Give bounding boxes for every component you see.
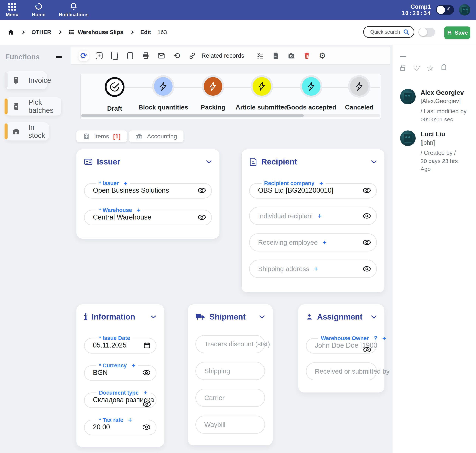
record-flags: ♡ ☆ [399, 64, 448, 72]
delete-button[interactable] [302, 51, 312, 61]
waybill-field[interactable]: Waybill [195, 416, 265, 434]
tax-rate-value[interactable]: 20.00 [93, 423, 142, 431]
view-recipient-company-icon[interactable] [363, 187, 371, 193]
add-currency-button[interactable]: + [132, 362, 136, 369]
stepper-scrollbar-thumb[interactable] [81, 114, 304, 117]
add-document-type-button[interactable]: + [144, 389, 147, 396]
checklist-button[interactable] [255, 51, 266, 61]
warehouse-owner-help-icon[interactable]: ? [374, 335, 378, 341]
chevron-down-icon[interactable] [206, 160, 212, 164]
breadcrumb-home-icon[interactable] [7, 28, 14, 36]
traders-discount-field[interactable]: Traders discount (stst) [195, 335, 265, 353]
step-block-quantities[interactable]: Block quantities [135, 77, 192, 111]
recipient-company-value[interactable]: OBS Ltd [BG201200010] [258, 186, 363, 194]
function-pick-batches-button[interactable]: Pick batches [5, 97, 61, 115]
duplicate-button[interactable] [109, 51, 120, 61]
add-record-button[interactable]: + [94, 51, 104, 61]
camera-button[interactable] [286, 51, 296, 61]
quick-search-input[interactable]: Quick search [363, 26, 414, 38]
view-warehouse-owner-icon[interactable] [363, 347, 371, 353]
created-user-name[interactable]: Luci Liu [421, 130, 458, 138]
step-packing[interactable]: Packing [185, 77, 241, 111]
related-records-label[interactable]: Related records [202, 52, 244, 59]
issuer-field[interactable]: * Issuer+ Open Business Solutions [84, 180, 212, 198]
shipping-field[interactable]: Shipping [195, 362, 265, 380]
currency-field[interactable]: * Currency+ BGN [84, 362, 157, 381]
last-modified-user: Alex Georgiev [Alex.Georgiev] / Last mod… [400, 89, 467, 123]
document-type-field[interactable]: Document type+ Складова разписка [84, 389, 157, 408]
view-individual-recipient-icon[interactable] [363, 213, 371, 219]
step-article-submitted[interactable]: Article submitted [233, 77, 290, 111]
calendar-icon[interactable] [144, 342, 151, 349]
issuer-field-value[interactable]: Open Business Solutions [93, 186, 198, 194]
dark-mode-toggle[interactable]: ☾ [436, 5, 454, 15]
save-button[interactable]: Save [444, 27, 470, 39]
sidebar-minimize-button[interactable] [400, 56, 406, 57]
tax-rate-field[interactable]: * Tax rate+ 20.00 [84, 417, 157, 435]
add-issuer-button[interactable]: + [124, 180, 128, 186]
view-warehouse-icon[interactable] [198, 214, 206, 220]
shipping-address-field[interactable]: Shipping address+ [249, 260, 377, 278]
refresh-button[interactable]: ⟳ [79, 51, 89, 61]
view-issuer-icon[interactable] [198, 187, 206, 193]
received-submitted-field[interactable]: Received or submitted by? [306, 362, 377, 380]
favorite-heart-icon[interactable]: ♡ [412, 64, 421, 72]
settings-button[interactable]: ⚙ [317, 51, 327, 61]
chevron-down-icon[interactable] [259, 315, 265, 319]
add-tax-rate-button[interactable]: + [128, 417, 132, 423]
created-user-avatar[interactable] [400, 130, 416, 146]
user-avatar[interactable] [459, 4, 470, 15]
add-shipping-address-button[interactable]: + [314, 266, 318, 272]
functions-minimize-button[interactable] [56, 56, 62, 58]
star-icon[interactable]: ☆ [426, 64, 435, 72]
carrier-field[interactable]: Carrier [195, 389, 265, 407]
issue-date-value[interactable]: 05.11.2025 [93, 341, 144, 349]
export-pdf-button[interactable]: PDF [271, 51, 281, 61]
view-tax-rate-icon[interactable] [142, 424, 151, 430]
history-button[interactable]: ⟲ [172, 51, 182, 61]
breadcrumb-module[interactable]: Warehouse Slips [68, 29, 123, 35]
home-button[interactable]: Home [32, 2, 45, 18]
issue-date-field[interactable]: * Issue Date 05.11.2025 [84, 335, 157, 354]
step-canceled[interactable]: Canceled [331, 77, 388, 111]
notifications-button[interactable]: Notifications [59, 2, 88, 18]
email-button[interactable] [156, 51, 166, 61]
tab-accounting[interactable]: Accounting [129, 130, 183, 142]
chevron-right-icon [58, 30, 62, 34]
warehouse-field[interactable]: * Warehouse+ Central Warehouse [84, 207, 212, 225]
view-toggle[interactable] [418, 28, 435, 37]
add-individual-recipient-button[interactable]: + [318, 213, 322, 219]
modified-user-name[interactable]: Alex Georgiev [421, 89, 467, 96]
tag-icon[interactable] [440, 64, 448, 72]
currency-value[interactable]: BGN [93, 369, 142, 377]
chevron-down-icon[interactable] [150, 315, 157, 319]
add-recipient-company-button[interactable]: + [319, 180, 323, 186]
print-button[interactable] [141, 51, 151, 61]
tab-items[interactable]: Items [1] [76, 130, 127, 142]
new-note-button[interactable] [125, 51, 135, 61]
modified-user-avatar[interactable] [400, 89, 416, 104]
view-shipping-address-icon[interactable] [363, 266, 371, 272]
view-receiving-employee-icon[interactable] [363, 239, 371, 245]
chevron-down-icon[interactable] [371, 160, 377, 164]
warehouse-owner-field[interactable]: Warehouse Owner?+ John Doe Doe [1900 [306, 335, 377, 354]
view-document-type-icon[interactable] [143, 401, 151, 407]
add-warehouse-owner-button[interactable]: + [382, 335, 386, 341]
receiving-employee-field[interactable]: Receiving employee+ [249, 233, 377, 251]
individual-recipient-field[interactable]: Individual recipient+ [249, 207, 377, 225]
function-invoice-button[interactable]: Invoice [5, 71, 47, 89]
chevron-down-icon[interactable] [371, 315, 377, 319]
step-label: Article submitted [233, 104, 290, 111]
breadcrumb-section[interactable]: OTHER [31, 29, 51, 35]
recipient-company-field[interactable]: Recipient company+ OBS Ltd [BG201200010] [249, 180, 377, 198]
add-warehouse-button[interactable]: + [137, 207, 141, 213]
view-currency-icon[interactable] [142, 370, 151, 376]
menu-button[interactable]: Menu [6, 3, 19, 18]
related-records-button[interactable] [187, 51, 197, 61]
modified-time: 00:00:01 sec [421, 116, 467, 123]
step-draft[interactable]: Draft [86, 77, 143, 112]
warehouse-field-value[interactable]: Central Warehouse [93, 213, 198, 221]
add-receiving-employee-button[interactable]: + [323, 239, 326, 246]
function-in-stock-button[interactable]: In stock [5, 122, 49, 141]
unlock-icon[interactable] [399, 64, 407, 72]
